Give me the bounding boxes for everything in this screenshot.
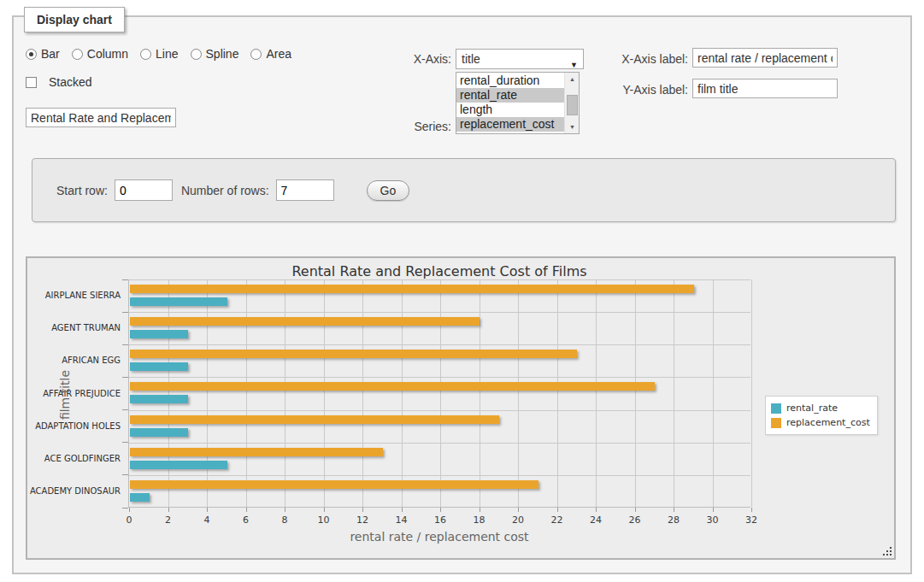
x-tick-label-2: 2 — [154, 514, 183, 526]
bar-rental_rate-airplane-sierra[interactable] — [130, 297, 227, 306]
category-label: AFFAIR PREJUDICE — [18, 389, 129, 398]
x-tickmark-32 — [751, 508, 752, 512]
series-option-length[interactable]: length — [456, 103, 564, 117]
gridline-x-14 — [402, 279, 403, 507]
x-tick-label-20: 20 — [503, 514, 533, 526]
bar-rental_rate-agent-truman[interactable] — [130, 330, 188, 338]
bar-rental_rate-affair-prejudice[interactable] — [130, 395, 188, 403]
series-options: rental_durationrental_ratelengthreplacem… — [456, 73, 564, 132]
gridline-x-10 — [324, 279, 325, 507]
series-option-rental_duration[interactable]: rental_duration — [456, 73, 564, 88]
radio-label-spline: Spline — [206, 47, 239, 61]
radio-option-area[interactable]: Area — [250, 47, 291, 61]
category-label: AIRPLANE SIERRA — [18, 291, 129, 300]
series-option-replacement_cost[interactable]: replacement_cost — [456, 117, 564, 132]
gridline-x-6 — [246, 279, 247, 507]
x-tick-label-18: 18 — [465, 514, 494, 526]
x-tick-label-8: 8 — [270, 514, 299, 526]
go-button[interactable]: Go — [367, 180, 410, 201]
category-label: ACADEMY DINOSAUR — [18, 486, 129, 496]
radio-icon-column[interactable] — [72, 49, 83, 60]
radio-icon-spline[interactable] — [191, 49, 202, 60]
bar-rental_rate-academy-dinosaur[interactable] — [130, 493, 150, 502]
scroll-up-icon[interactable]: ▲ — [565, 73, 580, 85]
x-axis-label-input[interactable] — [692, 48, 838, 68]
bar-replacement_cost-agent-truman[interactable] — [130, 317, 480, 326]
legend-item-rental_rate[interactable]: rental_rate — [771, 401, 870, 415]
scrollbar-thumb[interactable] — [567, 95, 578, 115]
category-label: ACE GOLDFINGER — [18, 454, 129, 463]
x-tick-label-6: 6 — [232, 514, 261, 526]
gridline-x-8 — [285, 279, 285, 507]
x-tick-label-12: 12 — [348, 514, 377, 526]
stacked-option[interactable]: Stacked — [26, 75, 92, 89]
gridline-x-20 — [518, 279, 519, 507]
num-rows-label: Number of rows: — [181, 184, 269, 197]
chart-legend: rental_ratereplacement_cost — [765, 396, 878, 435]
x-tickmark-20 — [518, 508, 519, 512]
series-listbox[interactable]: rental_durationrental_ratelengthreplacem… — [456, 72, 580, 134]
radio-option-line[interactable]: Line — [140, 47, 178, 61]
stacked-label: Stacked — [49, 75, 92, 89]
scroll-down-icon[interactable]: ▼ — [565, 121, 580, 133]
series-scrollbar[interactable]: ▲ ▼ — [564, 73, 579, 133]
bar-rental_rate-african-egg[interactable] — [130, 362, 188, 371]
start-row-input[interactable] — [115, 179, 173, 201]
bar-replacement_cost-affair-prejudice[interactable] — [130, 382, 655, 391]
category-label: ADAPTATION HOLES — [18, 421, 129, 431]
bar-replacement_cost-ace-goldfinger[interactable] — [130, 448, 383, 456]
gridline-x-18 — [480, 279, 480, 507]
num-rows-input[interactable] — [276, 179, 334, 201]
legend-label-rental_rate: rental_rate — [786, 403, 838, 414]
x-tick-label-16: 16 — [426, 514, 455, 526]
stacked-checkbox[interactable] — [26, 77, 37, 88]
page: Display chart BarColumnLineSplineArea St… — [0, 0, 924, 582]
x-axis-title: rental rate / replacement cost — [128, 530, 750, 544]
gridline-y-0 — [129, 279, 750, 280]
bar-replacement_cost-academy-dinosaur[interactable] — [130, 480, 539, 489]
y-tickmark-7 — [122, 508, 128, 509]
y-axis-label-input[interactable] — [692, 79, 838, 98]
chart-title-input[interactable] — [26, 108, 176, 127]
y-tickmark-0 — [122, 279, 128, 280]
x-tickmark-26 — [635, 508, 636, 512]
x-tick-label-14: 14 — [387, 514, 416, 526]
radio-icon-bar[interactable] — [26, 49, 37, 60]
y-tickmark-6 — [122, 474, 128, 475]
chart-title: Rental Rate and Replacement Cost of Film… — [128, 263, 750, 279]
x-tickmark-10 — [324, 508, 325, 512]
bar-rental_rate-adaptation-holes[interactable] — [130, 428, 188, 437]
radio-option-column[interactable]: Column — [72, 47, 128, 61]
x-tick-label-26: 26 — [621, 514, 650, 526]
x-tickmark-24 — [596, 508, 597, 512]
radio-label-bar: Bar — [41, 47, 60, 61]
gridline-x-32 — [751, 279, 752, 507]
gridline-y-2 — [129, 344, 750, 345]
radio-icon-line[interactable] — [140, 49, 151, 60]
gridline-y-5 — [129, 443, 750, 444]
gridline-x-4 — [207, 279, 208, 507]
bar-replacement_cost-adaptation-holes[interactable] — [130, 415, 499, 424]
bar-rental_rate-ace-goldfinger[interactable] — [130, 461, 227, 469]
radio-option-spline[interactable]: Spline — [191, 47, 239, 61]
gridline-x-26 — [635, 279, 636, 507]
y-axis-title: film title — [58, 326, 72, 463]
radio-label-column: Column — [87, 47, 128, 61]
radio-option-bar[interactable]: Bar — [26, 47, 60, 61]
gridline-y-4 — [129, 410, 750, 411]
bar-replacement_cost-airplane-sierra[interactable] — [130, 285, 694, 293]
radio-label-area: Area — [266, 47, 291, 61]
bar-replacement_cost-african-egg[interactable] — [130, 350, 577, 358]
radio-icon-area[interactable] — [250, 49, 262, 60]
gridline-x-28 — [674, 279, 674, 507]
x-tickmark-6 — [246, 508, 247, 512]
y-tickmark-5 — [122, 442, 128, 443]
gridline-x-16 — [440, 279, 441, 507]
start-row-label: Start row: — [56, 184, 108, 197]
x-tick-label-22: 22 — [543, 514, 572, 526]
series-option-rental_rate[interactable]: rental_rate — [456, 88, 564, 103]
x-tickmark-30 — [713, 508, 714, 512]
legend-item-replacement_cost[interactable]: replacement_cost — [771, 415, 870, 430]
x-axis-select[interactable]: title ▼ — [456, 49, 584, 69]
resize-handle-icon[interactable] — [882, 546, 892, 556]
